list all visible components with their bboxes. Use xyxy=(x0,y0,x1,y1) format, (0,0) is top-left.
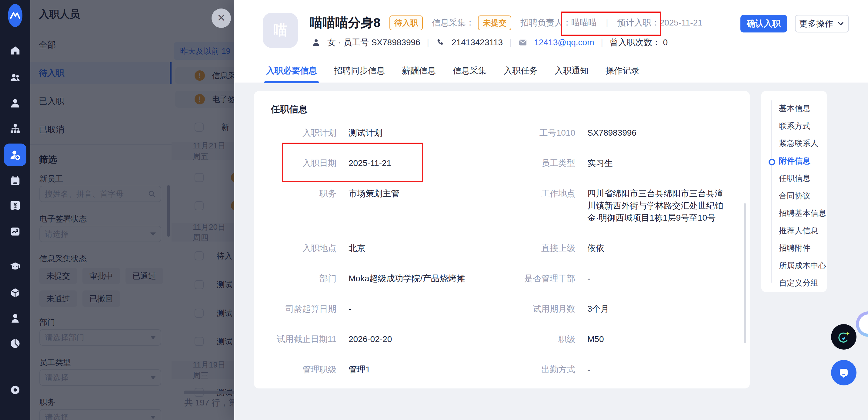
anchor-contract[interactable]: 合同协议 xyxy=(761,187,827,205)
confirm-onboard-button[interactable]: 确认入职 xyxy=(740,15,787,32)
field-value: Moka超级成功学院/产品烧烤摊 xyxy=(348,273,498,285)
expected-onboard-date: 预计入职：2025-11-21 xyxy=(617,17,703,29)
tab-recruit-sync[interactable]: 招聘同步信息 xyxy=(334,63,385,83)
field-label: 部门 xyxy=(271,273,336,285)
anchor-list: 基本信息 联系方式 紧急联系人 附件信息 任职信息 合同协议 招聘基本信息 推荐… xyxy=(761,100,827,292)
drawer-backdrop[interactable] xyxy=(30,0,234,420)
team-icon[interactable] xyxy=(8,70,23,85)
field-label: 入职日期 xyxy=(271,157,336,169)
phone-number: 21413423113 xyxy=(452,38,503,47)
training-icon[interactable] xyxy=(8,259,23,274)
collect-label: 信息采集： xyxy=(432,17,474,29)
tab-salary[interactable]: 薪酬信息 xyxy=(402,63,436,83)
anchor-contact[interactable]: 联系方式 xyxy=(761,117,827,135)
onboarding-icon xyxy=(4,143,26,166)
reports-icon[interactable] xyxy=(8,336,23,351)
field-label: 直接上级 xyxy=(510,242,575,254)
tab-operation-log[interactable]: 操作记录 xyxy=(606,63,640,83)
field-value: 实习生 xyxy=(587,157,727,169)
field-value: 市场策划主管 xyxy=(348,188,498,200)
drawer-header: 喵 喵喵喵分身8 待入职 信息采集： 未提交 招聘负责人：喵喵喵 | 预计入职：… xyxy=(234,0,868,83)
employment-form: 入职计划 测试计划 工号1010 SX78983996 入职日期 2025-11… xyxy=(271,127,727,376)
field-label: 员工类型 xyxy=(510,157,575,169)
anchor-recruit-files[interactable]: 招聘附件 xyxy=(761,240,827,257)
person-icon xyxy=(312,38,321,47)
avatar: 喵 xyxy=(263,13,298,48)
tab-notice[interactable]: 入职通知 xyxy=(555,63,589,83)
phone-icon xyxy=(436,38,445,47)
field-label: 职务 xyxy=(271,188,336,200)
edge-widget-icon xyxy=(859,314,868,334)
field-value: SX78983996 xyxy=(587,127,727,139)
field-label: 工作地点 xyxy=(510,188,575,200)
field-value: - xyxy=(587,364,727,376)
card-scrollbar[interactable] xyxy=(744,203,746,343)
field-value: - xyxy=(348,303,498,315)
field-value: 2026-02-20 xyxy=(348,333,498,345)
employee-icon[interactable] xyxy=(8,96,23,110)
employee-detail-drawer: 喵 喵喵喵分身8 待入职 信息采集： 未提交 招聘负责人：喵喵喵 | 预计入职：… xyxy=(234,0,868,420)
app-rail xyxy=(0,0,30,420)
anchor-emergency[interactable]: 紧急联系人 xyxy=(761,135,827,152)
card-title: 任职信息 xyxy=(271,103,307,116)
field-value: 测试计划 xyxy=(348,127,498,139)
field-value: 北京 xyxy=(348,242,498,254)
field-value: 2025-11-21 xyxy=(348,157,498,169)
tab-required-info[interactable]: 入职必要信息 xyxy=(266,63,317,83)
chat-support-button[interactable] xyxy=(831,360,857,385)
settings-icon[interactable] xyxy=(8,383,23,397)
payroll-icon[interactable] xyxy=(8,198,23,213)
field-value: 3个月 xyxy=(587,303,727,315)
divider: | xyxy=(606,18,608,28)
field-label: 试用期月数 xyxy=(510,303,575,315)
anchor-custom-group[interactable]: 自定义分组 xyxy=(761,274,827,292)
contact-row: 女 · 员工号 SX78983996 | 21413423113 | 12413… xyxy=(312,35,668,50)
field-value: M50 xyxy=(587,333,727,345)
gender-empno: 女 · 员工号 SX78983996 xyxy=(327,37,421,48)
email-link[interactable]: 12413@qq.com xyxy=(534,38,594,47)
assets-icon[interactable] xyxy=(8,285,23,300)
field-value: 依依 xyxy=(587,242,727,254)
tab-tasks[interactable]: 入职任务 xyxy=(504,63,538,83)
field-value: 管理1 xyxy=(348,364,498,376)
anchor-recruit-basic[interactable]: 招聘基本信息 xyxy=(761,204,827,222)
field-value: 四川省绵阳市三台县绵阳市三台县潼川镇新西外街与学林路交汇处世纪铂金·明御西城项目… xyxy=(587,188,727,224)
field-value: - xyxy=(587,273,727,285)
divider: | xyxy=(427,38,429,47)
detail-tabs: 入职必要信息 招聘同步信息 薪酬信息 信息采集 入职任务 入职通知 操作记录 xyxy=(266,63,640,83)
chat-bubble-icon xyxy=(837,366,850,379)
anchor-cost-center[interactable]: 所属成本中心 xyxy=(761,257,827,275)
status-badge: 待入职 xyxy=(390,16,423,30)
performance-icon[interactable] xyxy=(8,224,23,239)
recruiter-label: 招聘负责人：喵喵喵 xyxy=(520,17,597,29)
field-label: 出勤方式 xyxy=(510,364,575,376)
home-icon[interactable] xyxy=(8,43,23,58)
anchor-referrer[interactable]: 推荐人信息 xyxy=(761,222,827,240)
onboarding-nav-active[interactable] xyxy=(4,143,26,166)
close-icon[interactable]: × xyxy=(212,8,231,28)
field-label: 职级 xyxy=(510,333,575,345)
moka-logo[interactable] xyxy=(8,8,23,23)
field-label: 是否管理干部 xyxy=(510,273,575,285)
divider: | xyxy=(601,38,603,47)
collect-status-badge: 未提交 xyxy=(478,16,511,30)
tab-info-collect[interactable]: 信息采集 xyxy=(453,63,487,83)
employment-info-card: 任职信息 入职计划 测试计划 工号1010 SX78983996 入职日期 20… xyxy=(254,91,750,388)
anchor-basic-info[interactable]: 基本信息 xyxy=(761,100,827,117)
calendar-icon[interactable] xyxy=(8,173,23,188)
anchor-employment[interactable]: 任职信息 xyxy=(761,170,827,187)
ai-assistant-button[interactable] xyxy=(831,324,857,349)
prior-onboard-count: 曾入职次数： 0 xyxy=(610,37,668,48)
org-chart-icon[interactable] xyxy=(8,121,23,136)
moka-logo-icon xyxy=(8,4,23,27)
field-label: 试用截止日期11 xyxy=(271,333,336,345)
field-label: 工号1010 xyxy=(510,127,575,139)
field-label: 管理职级 xyxy=(271,364,336,376)
approvals-icon[interactable] xyxy=(8,311,23,325)
more-actions-button[interactable]: 更多操作 xyxy=(795,15,849,32)
field-label: 入职计划 xyxy=(271,127,336,139)
more-actions-label: 更多操作 xyxy=(799,18,833,29)
field-label: 入职地点 xyxy=(271,242,336,254)
employee-name: 喵喵喵分身8 xyxy=(310,14,380,31)
anchor-attachments[interactable]: 附件信息 xyxy=(761,152,827,170)
